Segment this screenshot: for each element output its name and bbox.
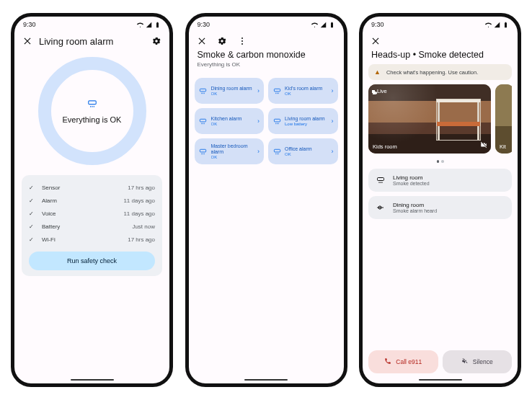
warning-text: Check what's happening. Use caution. xyxy=(386,69,478,76)
check-time: 11 days ago xyxy=(123,197,155,204)
check-label: Voice xyxy=(42,210,56,217)
battery-icon xyxy=(502,22,509,28)
alarm-status: OK xyxy=(211,122,254,126)
alarm-device-icon xyxy=(199,117,208,125)
status-ring: Everything is OK xyxy=(14,50,169,175)
settings-icon[interactable] xyxy=(216,35,228,47)
more-icon[interactable] xyxy=(236,35,248,47)
signal-icon xyxy=(146,22,152,28)
detection-card[interactable]: Dining room Smoke alarm heard xyxy=(368,196,512,219)
chevron-right-icon: › xyxy=(332,87,334,94)
signal-icon xyxy=(494,22,500,28)
status-time: 9:30 xyxy=(198,21,210,28)
camera-tile-peek[interactable]: Kit xyxy=(495,84,512,154)
status-bar: 9:30 xyxy=(189,17,344,32)
alarm-status: OK xyxy=(285,152,328,156)
alarm-device-icon xyxy=(199,148,208,156)
alarm-card[interactable]: Master bedroom alarmOK › xyxy=(195,138,265,164)
signal-icon xyxy=(320,22,327,28)
battery-icon xyxy=(154,22,161,28)
alarm-card[interactable]: Kitchen alarmOK › xyxy=(195,108,265,134)
live-badge: Live xyxy=(372,88,387,94)
alarm-device-icon xyxy=(199,87,208,95)
status-bar: 9:30 xyxy=(14,17,169,32)
close-icon[interactable] xyxy=(22,35,33,47)
close-icon[interactable] xyxy=(196,35,208,47)
svg-rect-0 xyxy=(88,100,96,104)
svg-point-3 xyxy=(241,43,243,45)
alarm-card[interactable]: Kid's room alarmOK › xyxy=(268,78,338,104)
check-label: Wi-Fi xyxy=(42,236,56,243)
checks-card: ✓Sensor 17 hrs ago ✓Alarm 11 days ago ✓V… xyxy=(22,175,162,276)
mute-icon xyxy=(461,357,469,366)
detection-card[interactable]: Living room Smoke detected xyxy=(368,169,512,192)
home-indicator[interactable] xyxy=(419,379,462,381)
detection-room: Dining room xyxy=(393,202,437,208)
alarm-status: OK xyxy=(211,155,254,159)
camera-row[interactable]: Live Kids room Kit xyxy=(368,84,512,154)
device-checks: ✓Sensor 17 hrs ago ✓Alarm 11 days ago ✓V… xyxy=(14,175,169,276)
alarm-card[interactable]: Dining room alarmOK › xyxy=(195,78,265,104)
camera-tile[interactable]: Live Kids room xyxy=(368,84,491,154)
check-row: ✓Sensor 17 hrs ago xyxy=(29,181,155,194)
warning-banner: ▲ Check what's happening. Use caution. xyxy=(368,64,512,80)
wifi-icon xyxy=(485,22,492,28)
settings-icon[interactable] xyxy=(151,35,162,47)
svg-rect-4 xyxy=(200,89,205,92)
silence-button[interactable]: Silence xyxy=(443,350,513,373)
pager-dots[interactable] xyxy=(368,160,512,163)
home-indicator[interactable] xyxy=(71,379,114,381)
wifi-icon xyxy=(311,22,318,28)
check-icon: ✓ xyxy=(29,197,36,204)
status-text: Everything is OK xyxy=(63,115,122,124)
page-heading: Heads-up • Smoke detected xyxy=(363,50,518,64)
alarm-status: Low battery xyxy=(285,122,328,126)
home-indicator[interactable] xyxy=(244,379,288,381)
status-bar: 9:30 xyxy=(363,17,518,32)
check-row: ✓Battery Just now xyxy=(29,220,155,233)
phone-smoke-co: 9:30 Smoke & carbon monoxide Everything … xyxy=(185,13,347,387)
silence-label: Silence xyxy=(473,358,493,365)
phone-heads-up: 9:30 Heads-up • Smoke detected ▲ Check w… xyxy=(359,13,521,387)
check-row: ✓Voice 11 days ago xyxy=(29,207,155,220)
call-label: Call e911 xyxy=(396,358,422,365)
check-time: 17 hrs ago xyxy=(128,185,155,191)
alarm-name: Office alarm xyxy=(285,146,328,152)
pager-dot[interactable] xyxy=(437,160,440,163)
status-time: 9:30 xyxy=(23,21,36,28)
call-e911-button[interactable]: Call e911 xyxy=(368,350,438,373)
camera-off-icon xyxy=(480,141,487,150)
check-label: Alarm xyxy=(42,197,57,204)
alarm-grid: Dining room alarmOK › Kid's room alarmOK… xyxy=(189,72,344,170)
alarm-device-icon xyxy=(87,99,97,111)
check-icon: ✓ xyxy=(29,236,36,243)
run-safety-check-button[interactable]: Run safety check xyxy=(29,252,155,270)
body: ▲ Check what's happening. Use caution. L… xyxy=(363,64,518,383)
svg-rect-9 xyxy=(274,149,280,152)
status-time: 9:30 xyxy=(371,21,384,28)
chevron-right-icon: › xyxy=(257,87,260,94)
alarm-device-icon xyxy=(272,87,281,95)
alarm-card[interactable]: Living room alarmLow battery › xyxy=(268,108,338,134)
phone-icon xyxy=(384,357,391,366)
page-subtitle: Everything is OK xyxy=(198,61,335,68)
check-row: ✓Wi-Fi 17 hrs ago xyxy=(29,233,155,246)
pager-dot[interactable] xyxy=(441,160,444,163)
alarm-card[interactable]: Office alarmOK › xyxy=(268,138,338,164)
svg-rect-7 xyxy=(274,119,280,122)
alarm-status: OK xyxy=(285,92,328,96)
check-label: Battery xyxy=(42,223,60,230)
camera-room-label: Kit xyxy=(500,143,506,150)
close-icon[interactable] xyxy=(370,35,381,47)
camera-room-label: Kids room xyxy=(373,143,397,150)
status-circle: Everything is OK xyxy=(38,57,146,165)
page-title: Heads-up • Smoke detected xyxy=(371,50,509,60)
alarm-device-icon xyxy=(376,176,386,185)
battery-icon xyxy=(329,22,335,28)
alarm-device-icon xyxy=(272,117,281,125)
svg-rect-8 xyxy=(200,149,205,152)
chevron-right-icon: › xyxy=(332,117,334,125)
check-label: Sensor xyxy=(42,185,60,191)
check-time: 17 hrs ago xyxy=(128,236,155,243)
alarm-name: Dining room alarm xyxy=(211,86,254,92)
